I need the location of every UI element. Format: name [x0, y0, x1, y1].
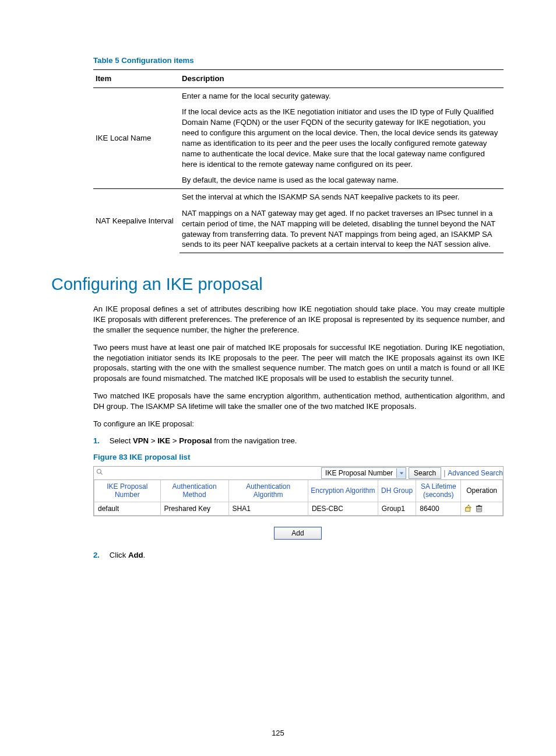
config-items-table: Item Description IKE Local Name Enter a …	[93, 69, 504, 253]
col-auth-algo[interactable]: Authentication Algorithm	[228, 480, 308, 502]
body-paragraph: To configure an IKE proposal:	[93, 419, 505, 429]
table-row: default Preshared Key SHA1 DES-CBC Group…	[94, 502, 503, 515]
svg-rect-10	[478, 505, 481, 506]
search-field-select[interactable]: IKE Proposal Number	[321, 467, 406, 479]
desc-text: By default, the device name is used as t…	[180, 172, 504, 188]
svg-marker-2	[399, 472, 403, 474]
step-number: 2.	[93, 550, 107, 561]
step-text: Select	[110, 436, 133, 445]
page-number: 125	[0, 728, 556, 738]
svg-rect-4	[468, 505, 469, 506]
item-nat-keepalive: NAT Keepalive Interval	[93, 189, 180, 253]
step-2: 2. Click Add.	[93, 550, 505, 561]
section-heading: Configuring an IKE proposal	[51, 273, 505, 296]
col-dh-group[interactable]: DH Group	[378, 480, 416, 502]
desc-text: NAT mappings on a NAT gateway may get ag…	[180, 205, 504, 253]
nav-vpn: VPN	[133, 436, 149, 445]
col-ike-number[interactable]: IKE Proposal Number	[94, 480, 161, 502]
desc-text: Enter a name for the local security gate…	[180, 88, 504, 104]
step-text: .	[143, 551, 146, 559]
step-text: Click	[110, 551, 128, 559]
delete-icon[interactable]	[475, 505, 483, 513]
col-auth-method[interactable]: Authentication Method	[160, 480, 228, 502]
step-text: from the navigation tree.	[212, 436, 297, 445]
col-enc-algo[interactable]: Encryption Algorithm	[308, 480, 378, 502]
search-icon	[96, 468, 103, 478]
cell-sa: 86400	[416, 502, 461, 515]
figure-title: Figure 83 IKE proposal list	[93, 452, 505, 463]
desc-text: Set the interval at which the ISAKMP SA …	[180, 189, 504, 205]
add-label: Add	[128, 551, 143, 559]
body-paragraph: An IKE proposal defines a set of attribu…	[93, 304, 505, 335]
svg-point-0	[97, 469, 101, 473]
step-number: 1.	[93, 436, 107, 446]
desc-text: If the local device acts as the IKE nego…	[180, 104, 504, 172]
cell-number: default	[94, 502, 161, 515]
cell-auth-method: Preshared Key	[160, 502, 228, 515]
col-header-desc: Description	[180, 69, 504, 88]
select-value: IKE Proposal Number	[322, 468, 396, 478]
col-sa-lifetime[interactable]: SA Lifetime (seconds)	[416, 480, 461, 502]
cell-operation	[461, 502, 503, 515]
col-header-item: Item	[93, 69, 180, 88]
add-button[interactable]: Add	[274, 527, 322, 540]
search-button[interactable]: Search	[409, 467, 441, 479]
svg-rect-3	[466, 508, 470, 511]
gt: >	[170, 436, 179, 445]
advanced-search-link[interactable]: Advanced Search	[448, 468, 503, 478]
col-operation: Operation	[461, 480, 503, 502]
search-bar: IKE Proposal Number Search | Advanced Se…	[94, 467, 503, 480]
body-paragraph: Two peers must have at least one pair of…	[93, 342, 505, 384]
cell-dh: Group1	[378, 502, 416, 515]
nav-proposal: Proposal	[179, 436, 212, 445]
gt: >	[149, 436, 157, 445]
svg-line-1	[101, 473, 103, 474]
edit-icon[interactable]	[464, 505, 473, 513]
item-ike-local-name: IKE Local Name	[93, 88, 180, 189]
body-paragraph: Two matched IKE proposals have the same …	[93, 391, 505, 412]
svg-rect-9	[476, 506, 483, 507]
cell-enc-algo: DES-CBC	[308, 502, 378, 515]
step-1: 1. Select VPN > IKE > Proposal from the …	[93, 436, 505, 446]
cell-auth-algo: SHA1	[228, 502, 308, 515]
table-title: Table 5 Configuration items	[93, 55, 505, 66]
chevron-down-icon	[396, 468, 406, 478]
ike-proposal-panel: IKE Proposal Number Search | Advanced Se…	[93, 466, 504, 516]
nav-ike: IKE	[157, 436, 170, 445]
ike-proposal-table: IKE Proposal Number Authentication Metho…	[94, 480, 503, 516]
